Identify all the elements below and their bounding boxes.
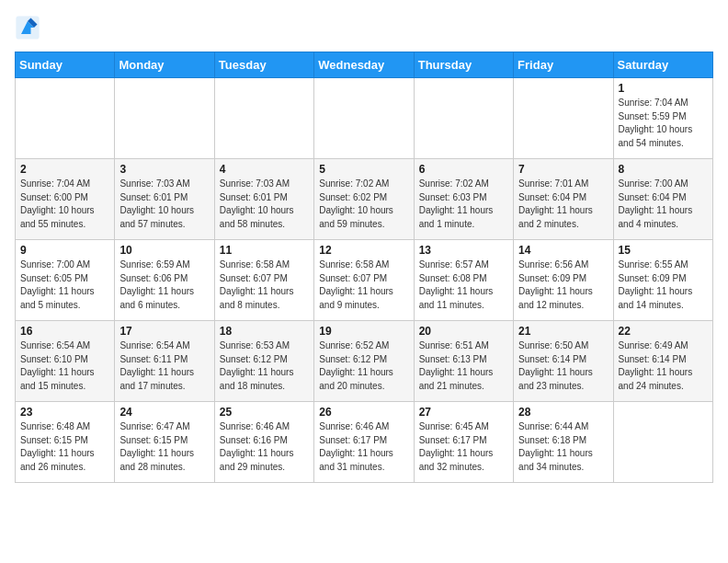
day-info: Sunrise: 6:58 AM Sunset: 6:07 PM Dayligh…	[220, 259, 309, 312]
calendar-cell: 21Sunrise: 6:50 AM Sunset: 6:14 PM Dayli…	[514, 321, 613, 402]
day-number: 21	[518, 325, 608, 338]
day-number: 27	[419, 406, 508, 419]
weekday-header-saturday: Saturday	[613, 52, 712, 78]
weekday-header-sunday: Sunday	[16, 52, 115, 78]
day-number: 10	[119, 244, 209, 257]
day-number: 1	[619, 82, 708, 95]
day-number: 28	[518, 406, 608, 419]
calendar-cell	[214, 78, 313, 159]
weekday-header-monday: Monday	[115, 52, 214, 78]
day-info: Sunrise: 7:02 AM Sunset: 6:02 PM Dayligh…	[319, 178, 408, 231]
calendar-cell: 26Sunrise: 6:46 AM Sunset: 6:17 PM Dayli…	[314, 402, 414, 483]
day-number: 15	[619, 244, 708, 257]
calendar-cell: 3Sunrise: 7:03 AM Sunset: 6:01 PM Daylig…	[115, 159, 214, 240]
day-number: 4	[220, 163, 309, 176]
day-info: Sunrise: 7:01 AM Sunset: 6:04 PM Dayligh…	[518, 178, 608, 231]
calendar-cell: 11Sunrise: 6:58 AM Sunset: 6:07 PM Dayli…	[214, 240, 313, 321]
day-info: Sunrise: 6:57 AM Sunset: 6:08 PM Dayligh…	[419, 259, 508, 312]
weekday-header-wednesday: Wednesday	[314, 52, 414, 78]
calendar-cell	[514, 78, 613, 159]
day-number: 14	[518, 244, 608, 257]
day-number: 8	[619, 163, 708, 176]
day-number: 20	[419, 325, 508, 338]
calendar-cell	[414, 78, 513, 159]
calendar-cell: 18Sunrise: 6:53 AM Sunset: 6:12 PM Dayli…	[214, 321, 313, 402]
day-info: Sunrise: 6:46 AM Sunset: 6:17 PM Dayligh…	[319, 420, 408, 474]
calendar-week-4: 16Sunrise: 6:54 AM Sunset: 6:10 PM Dayli…	[16, 321, 713, 402]
day-info: Sunrise: 7:00 AM Sunset: 6:05 PM Dayligh…	[20, 259, 109, 312]
calendar-cell: 1Sunrise: 7:04 AM Sunset: 5:59 PM Daylig…	[613, 78, 712, 159]
day-info: Sunrise: 7:03 AM Sunset: 6:01 PM Dayligh…	[119, 178, 209, 231]
day-info: Sunrise: 6:59 AM Sunset: 6:06 PM Dayligh…	[119, 259, 209, 312]
page-header	[15, 15, 713, 40]
day-info: Sunrise: 6:49 AM Sunset: 6:14 PM Dayligh…	[619, 339, 708, 393]
day-info: Sunrise: 6:54 AM Sunset: 6:11 PM Dayligh…	[119, 339, 209, 393]
day-number: 18	[220, 325, 309, 338]
calendar-cell: 4Sunrise: 7:03 AM Sunset: 6:01 PM Daylig…	[214, 159, 313, 240]
calendar-cell: 12Sunrise: 6:58 AM Sunset: 6:07 PM Dayli…	[314, 240, 414, 321]
day-info: Sunrise: 6:47 AM Sunset: 6:15 PM Dayligh…	[119, 420, 209, 474]
calendar-week-5: 23Sunrise: 6:48 AM Sunset: 6:15 PM Dayli…	[16, 402, 713, 483]
day-info: Sunrise: 7:00 AM Sunset: 6:04 PM Dayligh…	[619, 178, 708, 231]
calendar-week-2: 2Sunrise: 7:04 AM Sunset: 6:00 PM Daylig…	[16, 159, 713, 240]
day-info: Sunrise: 7:02 AM Sunset: 6:03 PM Dayligh…	[419, 178, 508, 231]
calendar-week-1: 1Sunrise: 7:04 AM Sunset: 5:59 PM Daylig…	[16, 78, 713, 159]
day-number: 22	[619, 325, 708, 338]
day-info: Sunrise: 6:45 AM Sunset: 6:17 PM Dayligh…	[419, 420, 508, 474]
calendar-week-3: 9Sunrise: 7:00 AM Sunset: 6:05 PM Daylig…	[16, 240, 713, 321]
day-info: Sunrise: 6:52 AM Sunset: 6:12 PM Dayligh…	[319, 339, 408, 393]
day-info: Sunrise: 7:03 AM Sunset: 6:01 PM Dayligh…	[220, 178, 309, 231]
calendar-cell: 14Sunrise: 6:56 AM Sunset: 6:09 PM Dayli…	[514, 240, 613, 321]
day-number: 16	[20, 325, 109, 338]
calendar-cell: 28Sunrise: 6:44 AM Sunset: 6:18 PM Dayli…	[514, 402, 613, 483]
day-info: Sunrise: 6:53 AM Sunset: 6:12 PM Dayligh…	[220, 339, 309, 393]
calendar-cell: 9Sunrise: 7:00 AM Sunset: 6:05 PM Daylig…	[16, 240, 115, 321]
calendar-cell	[115, 78, 214, 159]
day-info: Sunrise: 7:04 AM Sunset: 5:59 PM Dayligh…	[619, 97, 708, 150]
calendar-cell: 23Sunrise: 6:48 AM Sunset: 6:15 PM Dayli…	[16, 402, 115, 483]
day-number: 7	[518, 163, 608, 176]
day-number: 2	[20, 163, 109, 176]
day-number: 12	[319, 244, 408, 257]
calendar-table: SundayMondayTuesdayWednesdayThursdayFrid…	[15, 52, 713, 483]
calendar-cell: 20Sunrise: 6:51 AM Sunset: 6:13 PM Dayli…	[414, 321, 513, 402]
calendar-cell: 7Sunrise: 7:01 AM Sunset: 6:04 PM Daylig…	[514, 159, 613, 240]
calendar-cell	[314, 78, 414, 159]
calendar-cell	[613, 402, 712, 483]
day-info: Sunrise: 6:58 AM Sunset: 6:07 PM Dayligh…	[319, 259, 408, 312]
calendar-cell: 17Sunrise: 6:54 AM Sunset: 6:11 PM Dayli…	[115, 321, 214, 402]
calendar-cell: 16Sunrise: 6:54 AM Sunset: 6:10 PM Dayli…	[16, 321, 115, 402]
day-number: 5	[319, 163, 408, 176]
calendar-cell	[16, 78, 115, 159]
calendar-cell: 8Sunrise: 7:00 AM Sunset: 6:04 PM Daylig…	[613, 159, 712, 240]
weekday-header-thursday: Thursday	[414, 52, 513, 78]
day-number: 3	[119, 163, 209, 176]
day-number: 13	[419, 244, 508, 257]
calendar-cell: 2Sunrise: 7:04 AM Sunset: 6:00 PM Daylig…	[16, 159, 115, 240]
logo	[15, 15, 44, 40]
day-number: 6	[419, 163, 508, 176]
day-info: Sunrise: 6:54 AM Sunset: 6:10 PM Dayligh…	[20, 339, 109, 393]
day-number: 24	[119, 406, 209, 419]
calendar-cell: 25Sunrise: 6:46 AM Sunset: 6:16 PM Dayli…	[214, 402, 313, 483]
day-number: 19	[319, 325, 408, 338]
calendar-cell: 19Sunrise: 6:52 AM Sunset: 6:12 PM Dayli…	[314, 321, 414, 402]
calendar-header: SundayMondayTuesdayWednesdayThursdayFrid…	[16, 52, 713, 78]
calendar-cell: 24Sunrise: 6:47 AM Sunset: 6:15 PM Dayli…	[115, 402, 214, 483]
calendar-cell: 6Sunrise: 7:02 AM Sunset: 6:03 PM Daylig…	[414, 159, 513, 240]
logo-icon	[15, 15, 40, 40]
calendar-body: 1Sunrise: 7:04 AM Sunset: 5:59 PM Daylig…	[16, 78, 713, 483]
day-info: Sunrise: 6:48 AM Sunset: 6:15 PM Dayligh…	[20, 420, 109, 474]
calendar-cell: 22Sunrise: 6:49 AM Sunset: 6:14 PM Dayli…	[613, 321, 712, 402]
day-info: Sunrise: 6:51 AM Sunset: 6:13 PM Dayligh…	[419, 339, 508, 393]
day-info: Sunrise: 6:56 AM Sunset: 6:09 PM Dayligh…	[518, 259, 608, 312]
day-number: 26	[319, 406, 408, 419]
day-info: Sunrise: 6:55 AM Sunset: 6:09 PM Dayligh…	[619, 259, 708, 312]
calendar-cell: 10Sunrise: 6:59 AM Sunset: 6:06 PM Dayli…	[115, 240, 214, 321]
calendar-cell: 13Sunrise: 6:57 AM Sunset: 6:08 PM Dayli…	[414, 240, 513, 321]
calendar-cell: 15Sunrise: 6:55 AM Sunset: 6:09 PM Dayli…	[613, 240, 712, 321]
weekday-header-friday: Friday	[514, 52, 613, 78]
day-info: Sunrise: 6:46 AM Sunset: 6:16 PM Dayligh…	[220, 420, 309, 474]
calendar-cell: 5Sunrise: 7:02 AM Sunset: 6:02 PM Daylig…	[314, 159, 414, 240]
day-number: 25	[220, 406, 309, 419]
